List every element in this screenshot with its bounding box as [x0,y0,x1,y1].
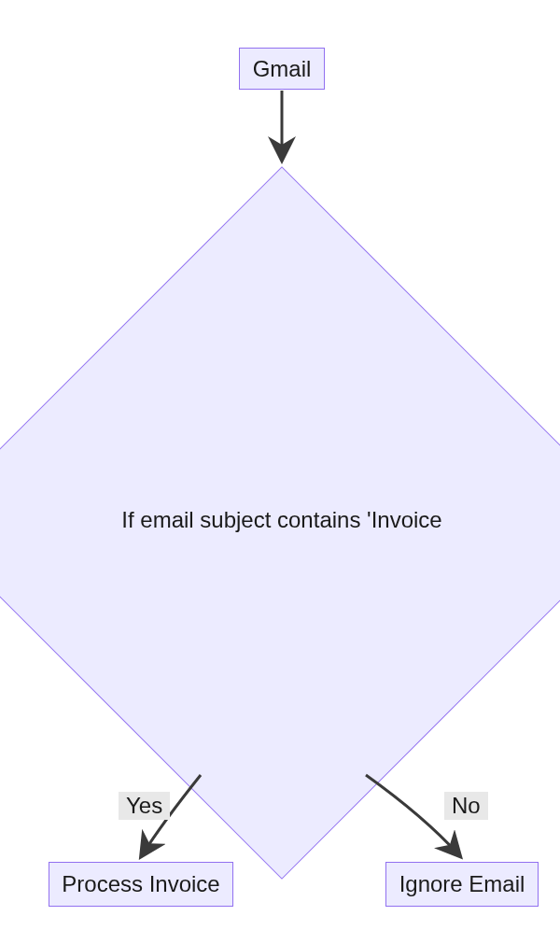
edge-label-yes: Yes [119,792,170,820]
node-ignore-email-label: Ignore Email [399,871,525,897]
edge-label-no: No [444,792,488,820]
node-ignore-email: Ignore Email [385,862,539,907]
node-gmail: Gmail [239,48,325,90]
node-process-invoice: Process Invoice [49,862,233,907]
node-process-invoice-label: Process Invoice [62,871,219,897]
node-gmail-label: Gmail [253,56,312,82]
node-condition-label: If email subject contains 'Invoice [105,507,459,533]
